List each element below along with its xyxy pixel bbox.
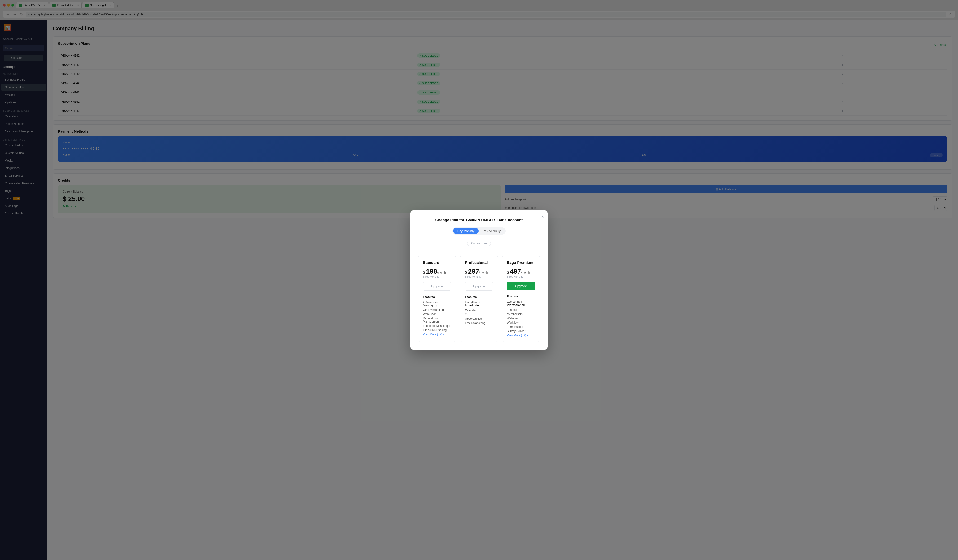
plan-price: $ 297/month — [465, 268, 493, 275]
feature-item: Opportunities — [465, 317, 493, 320]
features-title: Features — [465, 295, 493, 299]
view-more-link[interactable]: View More (+9) ▾ — [507, 334, 535, 337]
plan-name: Sagu Premium — [507, 261, 535, 265]
modal-close-button[interactable]: × — [541, 214, 544, 219]
plan-upgrade-button[interactable]: Upgrade — [465, 282, 493, 291]
plan-name: Professional — [465, 261, 493, 265]
plan-card-2: Sagu Premium $ 497/month Billed Monthly … — [502, 256, 540, 342]
feature-item: Funnels — [507, 308, 535, 312]
feature-item: Web-Chat — [423, 312, 451, 316]
plan-upgrade-button[interactable]: Upgrade — [507, 282, 535, 290]
plan-name: Standard — [423, 261, 451, 265]
feature-item: Membership — [507, 312, 535, 316]
feature-item: Workflow — [507, 321, 535, 324]
plan-toggle: Pay Monthly Pay Annually — [452, 227, 506, 235]
plan-price: $ 497/month — [507, 268, 535, 275]
plan-price: $ 198/month — [423, 268, 451, 275]
features-title: Features — [423, 295, 451, 299]
current-plan-badge: Current plan — [467, 240, 491, 246]
modal-title: Change Plan for 1-800-PLUMBER +Air's Acc… — [418, 218, 540, 222]
plan-billing: Billed Monthly — [423, 275, 451, 278]
everything-in: Everything in Professional+ — [507, 300, 535, 307]
everything-in: Everything in Standard+ — [465, 301, 493, 307]
feature-item: Gmb-Call-Tracking — [423, 329, 451, 332]
feature-item: Email-Marketing — [465, 321, 493, 325]
plan-billing: Billed Monthly — [465, 275, 493, 278]
plans-grid: Standard $ 198/month Billed Monthly Upgr… — [418, 256, 540, 342]
feature-item: Crm — [465, 313, 493, 316]
feature-item: Form-Builder — [507, 325, 535, 329]
plan-billing: Billed Monthly — [507, 275, 535, 278]
feature-item: Calendar — [465, 308, 493, 312]
view-more-link[interactable]: View More (+2) ▾ — [423, 333, 451, 336]
feature-item: Reputation-Management — [423, 316, 451, 323]
feature-item: Websites — [507, 316, 535, 320]
plan-card-1: Professional $ 297/month Billed Monthly … — [460, 256, 498, 342]
feature-item: Survey-Builder — [507, 329, 535, 333]
pay-monthly-button[interactable]: Pay Monthly — [453, 228, 479, 234]
feature-item: 2-Way-Text-Messaging — [423, 301, 451, 307]
modal-overlay[interactable]: × Change Plan for 1-800-PLUMBER +Air's A… — [0, 0, 958, 560]
change-plan-modal: × Change Plan for 1-800-PLUMBER +Air's A… — [410, 210, 548, 350]
plan-upgrade-button[interactable]: Upgrade — [423, 282, 451, 291]
pay-annually-button[interactable]: Pay Annually — [479, 228, 505, 234]
feature-item: Gmb-Messaging — [423, 308, 451, 312]
feature-item: Facebook-Messenger — [423, 324, 451, 327]
plan-card-0: Standard $ 198/month Billed Monthly Upgr… — [418, 256, 456, 342]
features-title: Features — [507, 295, 535, 298]
